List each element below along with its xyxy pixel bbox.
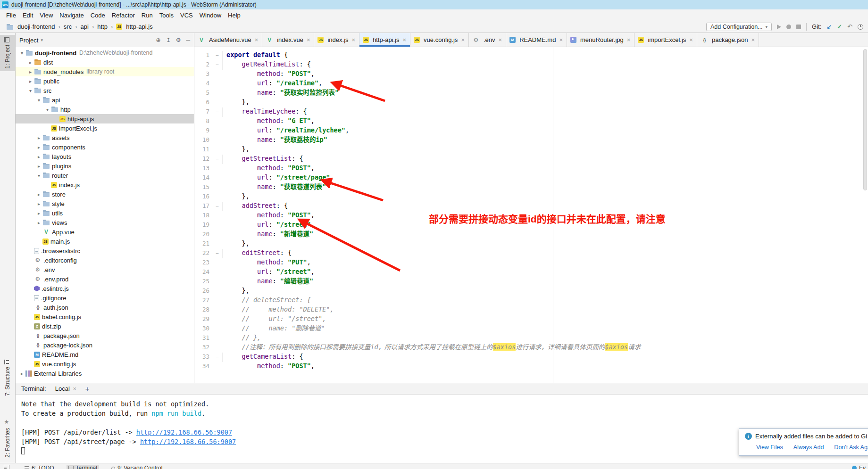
menu-navigate[interactable]: Navigate	[56, 10, 87, 20]
history-icon[interactable]	[858, 24, 863, 30]
tree-item-plugins[interactable]: ▸plugins	[16, 161, 194, 171]
chevron-down-icon[interactable]: ▾	[35, 98, 42, 103]
chevron-right-icon[interactable]: ▸	[35, 164, 42, 169]
close-icon[interactable]: ×	[255, 36, 259, 43]
close-icon[interactable]: ×	[499, 36, 502, 43]
tab-package-json[interactable]: {}package.json×	[697, 33, 759, 47]
notification-action-don-t-ask-agai[interactable]: Don't Ask Agai	[834, 444, 868, 451]
tree-item-components[interactable]: ▸components	[16, 142, 194, 152]
tree-item-auth-json[interactable]: {}auth.json	[16, 303, 194, 312]
git-revert-icon[interactable]: ↶	[847, 23, 852, 30]
locate-file-icon[interactable]: ⊕	[156, 37, 161, 43]
fold-icon[interactable]: −	[212, 107, 223, 117]
breadcrumb-http-api-js[interactable]: JShttp-api.js	[115, 23, 154, 31]
tree-item-layouts[interactable]: ▸layouts	[16, 152, 194, 161]
menu-tools[interactable]: Tools	[156, 10, 177, 20]
tree-item-eslintrc-js[interactable]: .eslintrc.js	[16, 284, 194, 293]
tree-item-package-lock-json[interactable]: {}package-lock.json	[16, 340, 194, 350]
tab-http-api-js[interactable]: JShttp-api.js×	[359, 33, 410, 47]
git-commit-icon[interactable]: ✓	[837, 23, 842, 30]
tree-item-readme-md[interactable]: MREADME.md	[16, 350, 194, 359]
tree-item-duoji-frontend[interactable]: ▾duoji-frontend D:\zheheWeb\duoji-fronte…	[16, 48, 194, 58]
debug-button[interactable]	[786, 25, 791, 29]
tool-button-7-structure[interactable]: 7: Structure	[0, 357, 15, 398]
notification-action-always-add[interactable]: Always Add	[793, 444, 824, 451]
tree-item-dist[interactable]: ▸dist	[16, 58, 194, 67]
chevron-down-icon[interactable]: ▾	[27, 88, 34, 93]
collapse-all-icon[interactable]: ↥	[166, 37, 171, 43]
menu-run[interactable]: Run	[138, 10, 156, 20]
project-panel-title[interactable]: Project	[19, 37, 38, 44]
run-configuration-select[interactable]: Add Configuration... ▾	[706, 23, 772, 31]
terminal-tab-local[interactable]: Local ×	[53, 385, 79, 393]
tab-readme-md[interactable]: MREADME.md×	[506, 33, 567, 47]
fold-icon[interactable]: −	[212, 249, 223, 258]
tree-item-package-json[interactable]: {}package.json	[16, 331, 194, 340]
chevron-right-icon[interactable]: ▸	[27, 69, 34, 74]
tree-item-views[interactable]: ▸views	[16, 218, 194, 227]
close-icon[interactable]: ×	[627, 36, 631, 43]
tab-env[interactable]: ⚙.env×	[469, 33, 506, 47]
chevron-right-icon[interactable]: ▸	[18, 371, 25, 376]
close-icon[interactable]: ×	[689, 36, 693, 43]
tree-item-router[interactable]: ▾router	[16, 171, 194, 180]
menu-window[interactable]: Window	[196, 10, 225, 20]
close-icon[interactable]: ×	[73, 386, 76, 392]
chevron-down-icon[interactable]: ▾	[35, 173, 42, 178]
menu-code[interactable]: Code	[87, 10, 108, 20]
tree-item-api[interactable]: ▾api	[16, 95, 194, 105]
close-icon[interactable]: ×	[461, 36, 465, 43]
settings-gear-icon[interactable]: ⚙	[176, 37, 181, 43]
menu-file[interactable]: File	[3, 10, 19, 20]
hide-panel-icon[interactable]: ─	[186, 37, 190, 43]
tool-window-toggle-icon[interactable]	[4, 465, 9, 469]
menu-refactor[interactable]: Refactor	[108, 10, 138, 20]
new-terminal-button[interactable]: +	[85, 385, 90, 393]
tree-item-http-api-js[interactable]: JShttp-api.js	[16, 114, 194, 123]
tree-item-vue-config-js[interactable]: JSvue.config.js	[16, 359, 194, 369]
tab-importexcel-js[interactable]: JSimportExcel.js×	[634, 33, 697, 47]
tree-item-assets[interactable]: ▸assets	[16, 133, 194, 142]
tree-item-http[interactable]: ▾http	[16, 105, 194, 114]
chevron-right-icon[interactable]: ▸	[35, 135, 42, 140]
menu-vcs[interactable]: VCS	[177, 10, 196, 20]
tree-item-public[interactable]: ▸public	[16, 76, 194, 86]
tab-vue-config-js[interactable]: JSvue.config.js×	[410, 33, 469, 47]
breadcrumb-src[interactable]: src	[62, 23, 73, 31]
close-icon[interactable]: ×	[307, 36, 310, 43]
chevron-down-icon[interactable]: ▾	[44, 107, 51, 112]
tree-item-gitignore[interactable]: .gitignore	[16, 293, 194, 303]
tree-item-dist-zip[interactable]: Zdist.zip	[16, 321, 194, 331]
tree-item-browserslistrc[interactable]: .browserslistrc	[16, 246, 194, 255]
editor-scrollbar[interactable]	[862, 47, 868, 383]
notification-action-view-files[interactable]: View Files	[756, 444, 783, 451]
tree-item-env-prod[interactable]: ⚙.env.prod	[16, 274, 194, 284]
tree-item-store[interactable]: ▸store	[16, 189, 194, 199]
tree-item-utils[interactable]: ▸utils	[16, 208, 194, 218]
chevron-down-icon[interactable]: ▾	[18, 50, 25, 56]
menu-edit[interactable]: Edit	[19, 10, 36, 20]
event-log-item[interactable]: Ev	[852, 465, 866, 469]
chevron-right-icon[interactable]: ▸	[35, 220, 42, 225]
tab-index-vue[interactable]: Vindex.vue×	[262, 33, 314, 47]
git-update-icon[interactable]: ↙	[826, 23, 832, 30]
fold-icon[interactable]: −	[212, 60, 223, 70]
fold-icon[interactable]: −	[212, 155, 223, 164]
status-9-version-control[interactable]: 9: Version Control	[109, 465, 164, 469]
tree-item-editorconfig[interactable]: ⚙.editorconfig	[16, 255, 194, 265]
tree-item-src[interactable]: ▾src	[16, 86, 194, 95]
chevron-right-icon[interactable]: ▸	[35, 192, 42, 197]
status-terminal[interactable]: Terminal	[67, 465, 99, 469]
close-icon[interactable]: ×	[352, 36, 356, 43]
tab-menurouter-jpg[interactable]: menuRouter.jpg×	[567, 33, 634, 47]
tree-item-style[interactable]: ▸style	[16, 199, 194, 208]
stop-button[interactable]	[796, 25, 801, 29]
chevron-right-icon[interactable]: ▸	[27, 79, 34, 84]
tab-index-js[interactable]: JSindex.js×	[314, 33, 359, 47]
terminal-link[interactable]: http://192.168.66.56:9007	[136, 428, 232, 436]
tree-item-index-js[interactable]: JSindex.js	[16, 180, 194, 189]
tool-button-2-favorites[interactable]: ★2: Favorites	[0, 416, 15, 460]
breadcrumb-http[interactable]: http	[96, 23, 109, 31]
chevron-right-icon[interactable]: ▸	[35, 154, 42, 159]
fold-icon[interactable]: −	[212, 202, 223, 211]
